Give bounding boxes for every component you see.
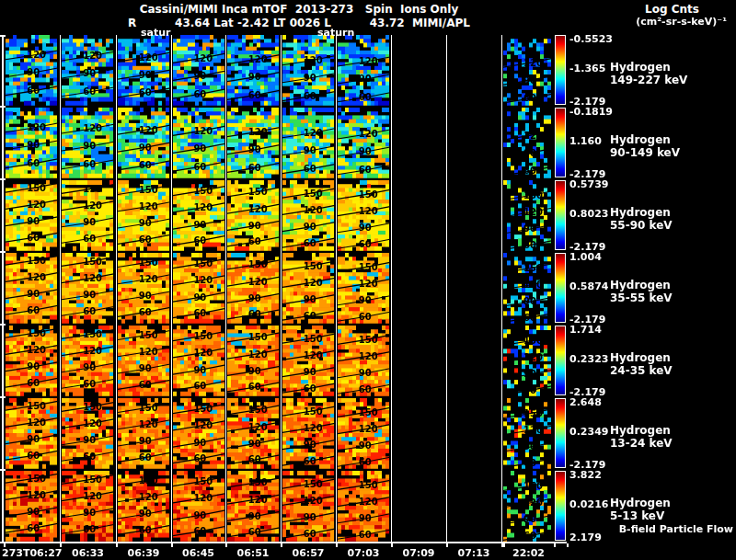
colorbar-max-value: 0.5739 (569, 178, 608, 190)
band-species-label: Hydrogen (610, 351, 671, 364)
band-species-label: Hydrogen (610, 497, 671, 509)
l-saturn-subscript: saturn (317, 27, 354, 39)
band-energy-label: 149-227 keV (610, 74, 687, 86)
colorbar-mid-value: 1.160 (569, 135, 602, 147)
colorbar-mid-value: 0.0216 (569, 498, 608, 510)
colorbar-max-value: -0.5523 (569, 33, 613, 45)
time-tick-label: 07:09 (402, 547, 434, 559)
band-energy-label: 35-55 keV (610, 291, 673, 304)
spectrogram-grid (0, 35, 570, 550)
colorbar-mid-value: 0.5874 (569, 280, 608, 292)
band-species-label: Hydrogen (610, 424, 671, 437)
band-species-label: Hydrogen (610, 133, 671, 146)
band-species-label: Hydrogen (610, 279, 671, 291)
colorbar-max-value: 1.714 (569, 324, 602, 336)
band-energy-label: 90-149 keV (610, 146, 680, 159)
band-energy-label: 55-90 keV (610, 219, 673, 232)
colorbar-max-value: -0.1819 (569, 106, 613, 118)
position-readout: R 43.64 Lat -2.42 LT 0026 L 43.72 MIMI/A… (0, 17, 598, 29)
time-tick-label: 273T06:27 (2, 547, 62, 559)
time-tick-label: 06:45 (182, 547, 214, 559)
time-tick-label: 22:02 (512, 547, 545, 559)
bfield-particle-flow-note: B-field Particle Flow (570, 523, 733, 535)
band-species-label: Hydrogen (610, 61, 671, 74)
time-tick-label: 07:03 (347, 547, 379, 559)
mimi-inca-spectrogram-display: Cassini/MIMI Inca mTOF 2013-273 Spin Ion… (0, 0, 736, 560)
time-tick-label: 06:39 (127, 547, 159, 559)
colorbar-max-value: 3.822 (569, 469, 602, 481)
band-energy-label: 24-35 keV (610, 364, 673, 377)
time-tick-label: 07:13 (457, 547, 489, 559)
time-tick-label: 06:33 (72, 547, 104, 559)
time-tick-label: 06:57 (292, 547, 324, 559)
colorbar-mid-value: 0.8023 (569, 208, 608, 220)
band-species-label: Hydrogen (610, 206, 671, 219)
colorbar-mid-value: 0.2323 (569, 353, 608, 365)
colorbar-max-value: 2.648 (569, 396, 602, 408)
colorbar-title: Log Cnts (645, 3, 699, 16)
band-energy-label: 13-24 keV (610, 437, 673, 450)
colorbar-mid-value: 0.2349 (569, 426, 608, 438)
band-energy-label: 5-13 keV (610, 509, 664, 522)
time-tick-label: 06:51 (236, 547, 269, 559)
colorbar-mid-value: -1.365 (569, 63, 605, 74)
r-saturn-subscript: satur (141, 27, 170, 39)
colorbar-max-value: 1.004 (569, 251, 602, 263)
colorbar-units: (cm²-sr-s-keV)⁻¹ (636, 16, 727, 28)
page-title: Cassini/MIMI Inca mTOF 2013-273 Spin Ion… (0, 3, 598, 16)
